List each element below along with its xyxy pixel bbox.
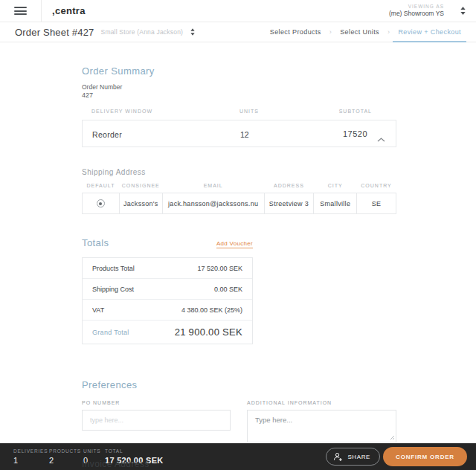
totals-row-vat: VAT 4 380.00 SEK (25%) (83, 300, 252, 321)
order-number-value: 427 (82, 91, 396, 99)
totals-row-products: Products Total 17 520.00 SEK (83, 258, 252, 279)
order-sheet-selector-icon[interactable] (190, 28, 195, 36)
viewing-as-block: VIEWING AS (me) Showroom YS (389, 4, 444, 18)
shipping-address-heading: Shipping Address (82, 168, 396, 176)
delivery-window-header-row: DELIVERY WINDOW UNITS SUBTOTAL (82, 109, 396, 116)
collapse-chevron-icon[interactable] (377, 132, 385, 145)
checkout-footer-bar: Invoice Address DELIVERIES 1 PRODUCTS 2 … (0, 443, 476, 470)
step-select-units[interactable]: Select Units (338, 28, 381, 36)
delivery-window-subtotal: 17520 (343, 129, 367, 138)
column-delivery-window: DELIVERY WINDOW (91, 109, 152, 114)
step-review-checkout[interactable]: Review + Checkout (396, 28, 463, 36)
order-sheet-page: ,centra VIEWING AS (me) Showroom YS Orde… (0, 0, 476, 470)
default-address-radio[interactable] (97, 199, 105, 207)
stat-deliveries: DELIVERIES 1 (13, 448, 49, 465)
store-buyer-label: Small Store (Anna Jackson) (101, 28, 184, 36)
share-button[interactable]: SHARE (326, 448, 380, 466)
totals-value: 0.00 SEK (214, 286, 242, 293)
grand-total-label: Grand Total (92, 329, 129, 336)
delivery-window-units: 12 (240, 130, 249, 139)
viewing-as-selector-icon[interactable] (460, 7, 466, 15)
order-sheet-header: Order Sheet #427 Small Store (Anna Jacks… (0, 22, 476, 42)
additional-information-label: ADDITIONAL INFORMATION (247, 400, 396, 405)
totals-value: 17 520.00 SEK (197, 265, 242, 272)
column-default: DEFAULT (83, 183, 120, 193)
column-subtotal: SUBTOTAL (339, 109, 372, 114)
column-email: EMAIL (162, 183, 264, 193)
step-separator-icon: › (387, 28, 390, 36)
shipping-address-table: DEFAULT CONSIGNEE EMAIL ADDRESS CITY COU… (82, 183, 396, 214)
stat-products: PRODUCTS 2 (49, 448, 83, 465)
main-content: Order Summary Order Number 427 DELIVERY … (0, 65, 396, 470)
column-city: CITY (314, 183, 357, 193)
stat-units: UNITS 0 (83, 448, 105, 465)
address-cell: Streetview 3 (264, 193, 314, 214)
centra-logo: ,centra (52, 5, 86, 16)
po-number-input[interactable] (82, 410, 231, 431)
shipping-address-row: Jacksson's jack.hansson@jackssons.nu Str… (83, 193, 396, 214)
totals-heading: Totals (82, 237, 109, 248)
preferences-heading: Preferences (82, 379, 396, 390)
totals-label: VAT (92, 306, 104, 314)
totals-value: 4 380.00 SEK (25%) (181, 306, 242, 314)
column-address: ADDRESS (264, 183, 314, 193)
stat-total: TOTAL 17 520.00 SEK (105, 448, 164, 465)
order-number-label: Order Number (82, 83, 396, 91)
column-consignee: CONSIGNEE (119, 183, 162, 193)
country-cell: SE (357, 193, 396, 214)
totals-table: Products Total 17 520.00 SEK Shipping Co… (82, 257, 253, 344)
consignee-cell: Jacksson's (119, 193, 162, 214)
add-voucher-link[interactable]: Add Voucher (216, 240, 253, 248)
additional-information-textarea[interactable] (247, 410, 396, 442)
totals-label: Products Total (92, 265, 135, 272)
step-select-products[interactable]: Select Products (268, 28, 323, 36)
grand-total-value: 21 900.00 SEK (175, 326, 242, 338)
share-person-icon (333, 452, 343, 462)
email-cell: jack.hansson@jackssons.nu (162, 193, 264, 214)
column-units: UNITS (239, 109, 259, 114)
delivery-window-name: Reorder (92, 130, 122, 139)
page-title: Order Sheet #427 (15, 27, 94, 38)
main-menu-button[interactable] (0, 0, 42, 22)
hamburger-icon (14, 5, 27, 17)
viewing-as-label: VIEWING AS (389, 4, 444, 10)
checkout-steps: Select Products › Select Units › Review … (268, 28, 463, 36)
city-cell: Smallville (314, 193, 357, 214)
order-summary-heading: Order Summary (82, 65, 396, 77)
totals-row-grand-total: Grand Total 21 900.00 SEK (83, 321, 252, 344)
top-bar: ,centra VIEWING AS (me) Showroom YS (0, 0, 476, 22)
share-button-label: SHARE (347, 454, 370, 460)
delivery-window-row[interactable]: Reorder 12 17520 (82, 120, 396, 147)
confirm-order-button[interactable]: CONFIRM ORDER (383, 447, 467, 466)
column-country: COUNTRY (357, 183, 396, 193)
viewing-as-value: (me) Showroom YS (389, 10, 444, 18)
totals-label: Shipping Cost (92, 286, 134, 293)
totals-row-shipping: Shipping Cost 0.00 SEK (83, 279, 252, 300)
step-separator-icon: › (329, 28, 332, 36)
